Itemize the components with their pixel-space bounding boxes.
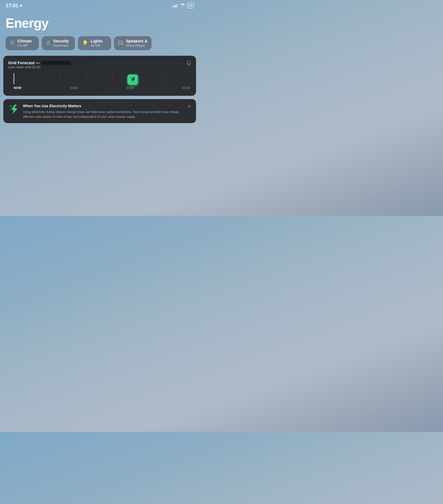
green-lightning-icon: [9, 104, 18, 115]
grid-forecast-header: Grid Forecast — Less clean until 01:00.: [8, 60, 191, 72]
status-bar: 17:01 ➤ 84: [0, 0, 199, 10]
status-right: 84: [173, 3, 194, 8]
climate-chip-subtitle: 74–85°: [17, 44, 32, 48]
segment-4: [87, 73, 113, 84]
speakers-chip-title: Speakers &: [126, 39, 148, 44]
signal-bars: [173, 4, 178, 7]
svg-line-6: [14, 44, 14, 44]
chip-security[interactable]: Security Disarmed: [42, 36, 75, 50]
segment-1: [8, 73, 34, 84]
svg-point-16: [10, 105, 12, 107]
chip-climate[interactable]: Climate 74–85°: [5, 36, 39, 50]
speakers-icon: 8: [118, 40, 124, 46]
info-title: When You Use Electricity Matters: [23, 104, 184, 108]
speakers-chip-text: Speakers & None Playin: [126, 39, 148, 48]
page-title: Energy: [0, 10, 199, 36]
segment-6: [139, 73, 165, 84]
segment-7: [165, 73, 191, 84]
chip-lights[interactable]: 💡 Lights All Off: [78, 36, 111, 50]
segment-3: [60, 73, 87, 84]
climate-chip-title: Climate: [17, 39, 32, 44]
info-card-inner: When You Use Electricity Matters Using e…: [8, 104, 191, 119]
security-chip-subtitle: Disarmed: [53, 44, 69, 48]
title-row: Grid Forecast —: [8, 60, 71, 65]
info-card: When You Use Electricity Matters Using e…: [3, 99, 196, 123]
svg-line-7: [14, 41, 14, 41]
status-time-container: 17:01 ➤: [5, 2, 23, 8]
security-chip-text: Security Disarmed: [53, 39, 69, 48]
forecast-timeline: NOW 19:00 22:00 01:00: [8, 73, 191, 90]
svg-point-17: [16, 105, 17, 106]
bell-icon[interactable]: [186, 60, 191, 67]
svg-text:8: 8: [122, 42, 123, 45]
close-button[interactable]: ✕: [187, 104, 191, 109]
label-0100: 01:00: [182, 86, 190, 90]
lights-chip-subtitle: All Off: [91, 44, 102, 48]
info-body: Using electricity during cleaner energy …: [23, 110, 184, 119]
security-icon: [46, 40, 51, 47]
climate-icon: [10, 40, 15, 47]
grid-forecast-card: Grid Forecast — Less clean until 01:00.: [3, 56, 196, 96]
signal-bar-1: [173, 6, 173, 7]
clean-energy-marker: [127, 74, 138, 85]
security-chip-title: Security: [53, 39, 69, 44]
svg-point-10: [48, 43, 49, 44]
signal-bar-3: [176, 5, 176, 7]
signal-bar-2: [174, 5, 175, 7]
signal-bar-4: [177, 4, 178, 7]
svg-rect-12: [119, 41, 122, 44]
now-line: [14, 73, 14, 84]
svg-point-14: [130, 77, 131, 78]
lights-chip-text: Lights All Off: [91, 39, 102, 48]
grid-forecast-subtitle: Less clean until 01:00.: [8, 65, 71, 69]
battery-level: 84: [189, 4, 192, 7]
cards-container: Grid Forecast — Less clean until 01:00.: [0, 56, 199, 123]
info-icon-area: [8, 104, 19, 115]
wifi-icon: [180, 3, 185, 8]
svg-point-0: [12, 42, 13, 43]
battery-indicator: 84: [187, 3, 194, 8]
svg-point-18: [10, 109, 11, 110]
chip-speakers[interactable]: 8 Speakers & None Playin: [114, 36, 151, 50]
time-display: 17:01: [5, 2, 18, 8]
lights-chip-title: Lights: [91, 39, 102, 44]
timeline-grid: [8, 73, 191, 84]
speakers-chip-subtitle: None Playin: [126, 44, 148, 48]
grid-forecast-title: Grid Forecast —: [8, 60, 40, 65]
label-1900: 19:00: [70, 86, 78, 90]
svg-line-5: [11, 41, 11, 41]
svg-point-15: [134, 77, 135, 78]
lights-icon: 💡: [82, 40, 88, 46]
grid-forecast-title-area: Grid Forecast — Less clean until 01:00.: [8, 60, 71, 72]
info-text-area: When You Use Electricity Matters Using e…: [23, 104, 184, 119]
redacted-name: [41, 61, 71, 65]
svg-line-8: [11, 44, 11, 44]
segment-2: [34, 73, 60, 84]
location-icon: ➤: [19, 3, 23, 8]
label-2200: 22:00: [126, 86, 134, 90]
category-chips: Climate 74–85° Security Disarmed 💡 Light…: [0, 36, 199, 56]
label-now: NOW: [9, 86, 21, 90]
climate-chip-text: Climate 74–85°: [17, 39, 32, 48]
timeline-labels: NOW 19:00 22:00 01:00: [8, 86, 191, 90]
